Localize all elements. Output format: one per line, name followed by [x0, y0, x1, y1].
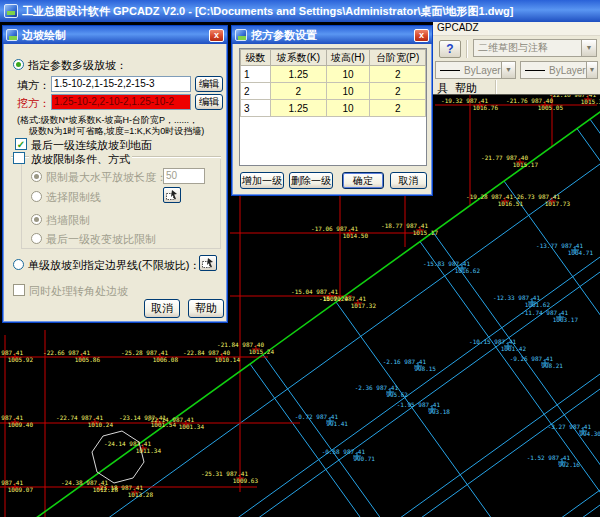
- radio-multi-step-slope[interactable]: [13, 59, 24, 70]
- chevron-down-icon[interactable]: ▼: [586, 62, 597, 78]
- menu-item-tools-partial[interactable]: 具: [437, 81, 448, 96]
- radio-single-step-to-boundary[interactable]: [13, 259, 24, 270]
- row-number-cell[interactable]: 3: [241, 100, 271, 117]
- slope-drawing-dialog: 边坡绘制 x 指定参数多级放坡： 填方： 1.5-10-2,1-15-2,2-1…: [2, 25, 228, 323]
- cut-input[interactable]: 1.25-10-2,2-10-2,1.25-10-2: [51, 94, 191, 110]
- lineweight-combobox[interactable]: ByLayer ▼: [520, 61, 598, 79]
- radio-max-length[interactable]: [31, 171, 42, 182]
- param-cell[interactable]: 10: [326, 100, 370, 117]
- table-row[interactable]: 11.25102: [241, 66, 426, 83]
- workspace-combobox[interactable]: 二维草图与注释 ▼: [473, 39, 597, 57]
- param-cell[interactable]: 2: [271, 83, 327, 100]
- cancel-button[interactable]: 取消: [144, 299, 180, 318]
- cut-params-dialog: 挖方参数设置 x 级数坡系数(K)坡高(H)台阶宽(P)11.251022210…: [231, 25, 433, 196]
- radio-multi-step-slope-label: 指定参数多级放坡：: [28, 58, 127, 73]
- contour-polygon: [92, 431, 144, 483]
- param-cell[interactable]: 1.25: [271, 66, 327, 83]
- checkbox-last-step-to-ground[interactable]: ✓: [15, 138, 27, 150]
- param-cell[interactable]: 10: [326, 83, 370, 100]
- grid-elevation-label: -12.33 987.411001.62: [480, 295, 540, 308]
- param-cell[interactable]: 2: [370, 83, 426, 100]
- grid-elevation-label: -3.27 987.41994.30: [531, 424, 591, 437]
- grid-elevation-label: -22.08 987.411009.40: [0, 415, 23, 428]
- param-cell[interactable]: 2: [370, 66, 426, 83]
- radio-wall-limit[interactable]: [31, 214, 42, 225]
- grid-elevation-label: -21.67 987.411009.07: [0, 480, 23, 493]
- table-header: 坡系数(K): [271, 50, 327, 66]
- table-row[interactable]: 31.25102: [241, 100, 426, 117]
- chevron-down-icon[interactable]: ▼: [501, 62, 515, 78]
- grid-elevation-label: -22.66 987.411005.86: [30, 350, 90, 363]
- chevron-down-icon[interactable]: ▼: [581, 40, 596, 56]
- grid-elevation-label: -23.18 987.411013.28: [83, 485, 143, 498]
- linetype-combobox[interactable]: ByLayer ▼: [435, 61, 516, 79]
- close-icon[interactable]: x: [209, 29, 224, 42]
- param-cell[interactable]: 10: [326, 66, 370, 83]
- dialog-icon: [235, 29, 247, 41]
- menu-item-gpcadz[interactable]: GPCADZ: [433, 22, 600, 36]
- grid-elevation-label: -18.77 987.411015.17: [368, 223, 428, 236]
- delete-step-button[interactable]: 删除一级: [289, 172, 333, 189]
- main-ui-panel: GPCADZ ? 二维草图与注释 ▼ ByLayer ▼ ByLayer ▼ 具…: [433, 22, 600, 95]
- window-titlebar[interactable]: 工业总图设计软件 GPCADZ V2.0 - [C:\Documents and…: [0, 0, 600, 22]
- line-swatch: [525, 70, 545, 71]
- max-length-input[interactable]: 50: [163, 168, 205, 184]
- lineweight-value: ByLayer: [549, 65, 586, 76]
- radio-wall-limit-label: 挡墙限制: [46, 213, 90, 228]
- param-cell[interactable]: 1.25: [271, 100, 327, 117]
- grid-elevation-label: -1.52 987.41992.16: [510, 455, 570, 468]
- dialog-titlebar[interactable]: 边坡绘制 x: [3, 26, 227, 44]
- grid-elevation-label: -2.16 987.41998.15: [366, 359, 426, 372]
- pick-limit-line-button[interactable]: [163, 187, 181, 203]
- radio-change-ratio-limit[interactable]: [31, 233, 42, 244]
- grid-elevation-label: -21.84 987.401015.24: [204, 342, 264, 355]
- grid-elevation-label: -10.15 987.411001.42: [456, 339, 516, 352]
- pick-boundary-line-button[interactable]: [199, 255, 217, 271]
- grid-elevation-label: -25.31 987.411009.63: [188, 471, 248, 484]
- grid-elevation-label: -26.73 987.411017.73: [500, 194, 560, 207]
- checkbox-limit-group[interactable]: [13, 152, 25, 164]
- ok-button[interactable]: 确定: [342, 172, 384, 189]
- application-window: -21.52 987.411005.92-22.66 987.411005.86…: [0, 0, 600, 517]
- radio-change-ratio-limit-label: 最后一级改变坡比限制: [46, 232, 156, 247]
- param-cell[interactable]: 2: [370, 100, 426, 117]
- cut-edit-button[interactable]: 编辑: [195, 94, 223, 110]
- grid-elevation-label: -1.95 987.41993.18: [380, 402, 440, 415]
- table-header: 级数: [241, 50, 271, 66]
- linetype-value: ByLayer: [464, 65, 501, 76]
- menubar-separator: [495, 80, 497, 94]
- dialog-titlebar[interactable]: 挖方参数设置 x: [232, 26, 432, 44]
- row-number-cell[interactable]: 1: [241, 66, 271, 83]
- cut-label: 挖方：: [17, 96, 50, 111]
- add-step-button[interactable]: 增加一级: [240, 172, 284, 189]
- pick-object-icon: [166, 190, 178, 201]
- menu-item-help[interactable]: 帮助: [455, 81, 477, 96]
- fill-label: 填方：: [17, 78, 50, 93]
- help-button[interactable]: ?: [439, 40, 461, 58]
- close-icon[interactable]: x: [414, 29, 429, 42]
- fill-edit-button[interactable]: 编辑: [195, 76, 223, 92]
- fill-input[interactable]: 1.5-10-2,1-15-2,2-15-3: [51, 76, 191, 92]
- checkbox-corner-slope[interactable]: [13, 284, 25, 296]
- line-swatch: [440, 70, 460, 71]
- cancel-button[interactable]: 取消: [390, 172, 427, 189]
- radio-select-limit-line[interactable]: [31, 191, 42, 202]
- table-header: 台阶宽(P): [370, 50, 426, 66]
- grid-elevation-label: -22.14 987.411001.34: [134, 417, 194, 430]
- help-button[interactable]: 帮助: [188, 299, 224, 318]
- grid-elevation-label: -15.83 987.411016.62: [410, 261, 470, 274]
- row-number-cell[interactable]: 2: [241, 83, 271, 100]
- cut-params-table[interactable]: 级数坡系数(K)坡高(H)台阶宽(P)11.251022210231.25102: [240, 49, 426, 117]
- pick-object-icon: [202, 258, 214, 269]
- grid-elevation-label: -2.36 987.41995.62: [338, 385, 398, 398]
- grid-elevation-label: -25.28 987.411006.08: [108, 350, 168, 363]
- grid-elevation-label: -0.58 987.41990.71: [305, 449, 365, 462]
- dialog-title: 边坡绘制: [22, 28, 209, 43]
- dialog-title: 挖方参数设置: [251, 28, 414, 43]
- grid-elevation-label: -13.77 987.411004.71: [523, 243, 583, 256]
- checkbox-last-step-to-ground-label: 最后一级连续放坡到地面: [31, 138, 152, 153]
- table-row[interactable]: 22102: [241, 83, 426, 100]
- radio-select-limit-line-label: 选择限制线: [46, 190, 101, 205]
- menubar-row: 具 帮助: [433, 80, 600, 95]
- checkbox-limit-group-label: 放坡限制条件、方式: [29, 152, 132, 167]
